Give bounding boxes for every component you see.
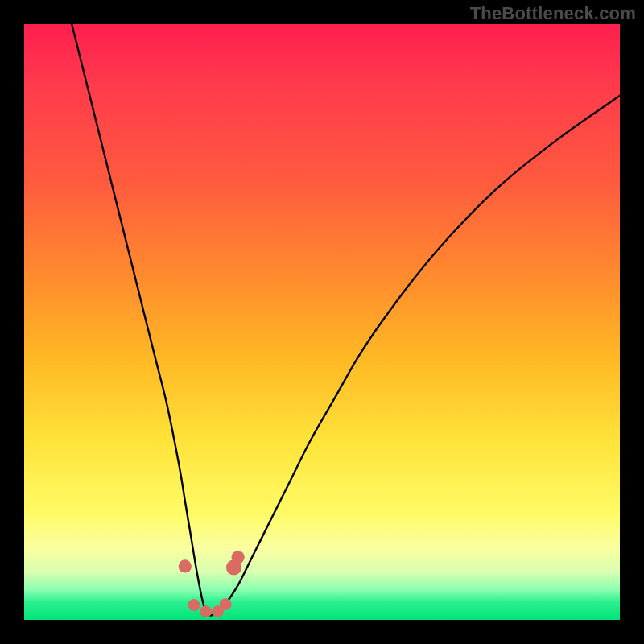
- dip-marker-4: [220, 598, 232, 610]
- left-marker: [179, 559, 192, 572]
- plot-area: [24, 24, 620, 620]
- curve-markers: [179, 551, 245, 617]
- bottleneck-curve: [72, 24, 620, 616]
- dip-marker-1: [188, 599, 200, 611]
- dip-marker-2: [200, 605, 212, 617]
- right-marker-2: [232, 551, 245, 564]
- curve-svg: [24, 24, 620, 620]
- chart-frame: TheBottleneck.com: [0, 0, 644, 644]
- watermark-text: TheBottleneck.com: [470, 3, 636, 24]
